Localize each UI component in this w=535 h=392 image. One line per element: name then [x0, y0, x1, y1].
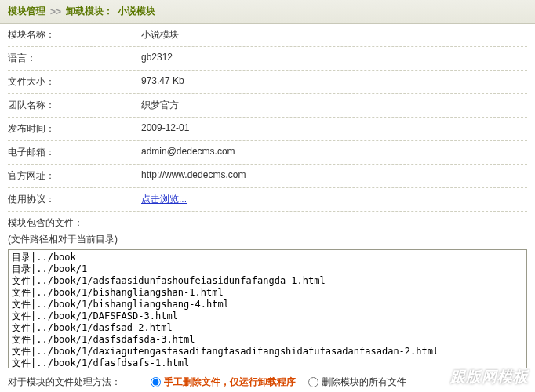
field-website: 官方网址： http://www.dedecms.com [8, 165, 527, 188]
breadcrumb-sep: >> [50, 6, 61, 17]
breadcrumb-module: 小说模块 [118, 5, 155, 18]
agreement-link[interactable]: 点击浏览... [141, 194, 187, 205]
value-module-name: 小说模块 [141, 28, 527, 42]
field-publish-time: 发布时间： 2009-12-01 [8, 118, 527, 141]
label-agreement: 使用协议： [8, 193, 141, 206]
field-file-size: 文件大小： 973.47 Kb [8, 71, 527, 94]
label-team-name: 团队名称： [8, 99, 141, 112]
field-module-name: 模块名称： 小说模块 [8, 24, 527, 47]
radio-delete-all-label: 删除模块的所有文件 [322, 376, 406, 389]
files-textarea[interactable] [8, 249, 527, 368]
value-website: http://www.dedecms.com [141, 169, 527, 183]
value-publish-time: 2009-12-01 [141, 122, 527, 136]
radio-manual-label: 手工删除文件，仅运行卸载程序 [164, 376, 296, 389]
breadcrumb-header: 模块管理 >> 卸载模块： 小说模块 [0, 0, 535, 24]
radio-manual-input[interactable] [151, 377, 161, 387]
handling-label: 对于模块的文件处理方法： [8, 376, 121, 389]
label-email: 电子邮箱： [8, 146, 141, 159]
radio-delete-all[interactable]: 删除模块的所有文件 [308, 376, 406, 389]
field-email: 电子邮箱： admin@dedecms.com [8, 141, 527, 165]
value-team-name: 织梦官方 [141, 99, 527, 112]
files-label: 模块包含的文件： [8, 212, 527, 231]
breadcrumb-root[interactable]: 模块管理 [8, 5, 45, 18]
value-file-size: 973.47 Kb [141, 75, 527, 89]
label-module-name: 模块名称： [8, 28, 141, 42]
files-hint: (文件路径相对于当前目录) [8, 231, 527, 249]
field-language: 语言： gb2312 [8, 47, 527, 71]
radio-manual[interactable]: 手工删除文件，仅运行卸载程序 [151, 376, 296, 389]
label-file-size: 文件大小： [8, 75, 141, 89]
handling-row: 对于模块的文件处理方法： 手工删除文件，仅运行卸载程序 删除模块的所有文件 [8, 371, 527, 392]
field-agreement: 使用协议： 点击浏览... [8, 188, 527, 212]
breadcrumb-action: 卸载模块： [66, 5, 113, 18]
label-website: 官方网址： [8, 169, 141, 183]
value-language: gb2312 [141, 52, 527, 65]
label-language: 语言： [8, 52, 141, 65]
value-email: admin@dedecms.com [141, 146, 527, 159]
field-team-name: 团队名称： 织梦官方 [8, 94, 527, 118]
label-publish-time: 发布时间： [8, 122, 141, 136]
watermark: 跟版网模板 [450, 367, 529, 387]
radio-delete-all-input[interactable] [308, 377, 318, 387]
